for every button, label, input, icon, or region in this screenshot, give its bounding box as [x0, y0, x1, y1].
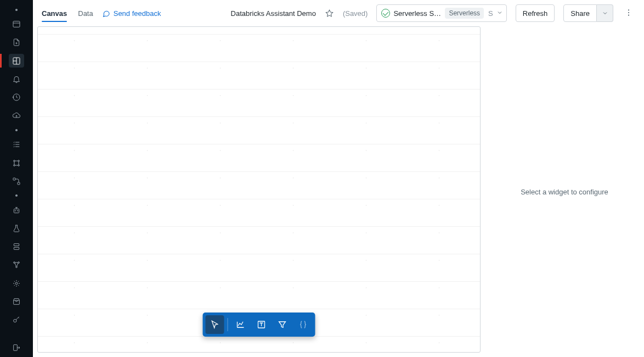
- share-dropdown-toggle[interactable]: [597, 4, 613, 22]
- bell-icon[interactable]: [9, 72, 24, 86]
- svg-point-13: [14, 262, 15, 264]
- chat-bubble-icon: [102, 9, 110, 18]
- more-menu-button[interactable]: [622, 8, 635, 19]
- svg-point-15: [16, 266, 18, 268]
- top-toolbar: Canvas Data Send feedback Databricks Ass…: [33, 0, 644, 26]
- svg-point-20: [628, 12, 629, 13]
- svg-rect-0: [13, 21, 20, 27]
- svg-rect-6: [13, 178, 15, 180]
- file-plus-icon[interactable]: [9, 36, 24, 49]
- cloud-up-icon[interactable]: [9, 109, 24, 122]
- config-panel: Select a widget to configure: [485, 26, 644, 357]
- refresh-button[interactable]: Refresh: [516, 4, 555, 22]
- send-feedback-label: Send feedback: [114, 9, 161, 18]
- workspace: Select a widget to configure: [33, 26, 644, 357]
- funnel-icon: [278, 320, 287, 330]
- robot-icon[interactable]: [9, 203, 24, 217]
- ml-icon[interactable]: [9, 276, 24, 290]
- svg-point-14: [18, 262, 20, 264]
- tool-add-text[interactable]: [252, 315, 271, 334]
- tool-add-filter[interactable]: [273, 315, 292, 334]
- share-button-group: Share: [563, 4, 613, 22]
- chevron-down-icon: [496, 9, 503, 18]
- svg-rect-11: [14, 244, 19, 246]
- status-running-icon: [381, 9, 390, 18]
- stack-icon[interactable]: [9, 240, 24, 254]
- config-panel-placeholder: Select a widget to configure: [521, 188, 608, 196]
- dashboard-icon[interactable]: [9, 54, 24, 68]
- compute-type-short: S: [487, 9, 493, 18]
- tab-canvas[interactable]: Canvas: [42, 3, 67, 24]
- checklist-icon[interactable]: [9, 138, 24, 152]
- star-icon: [325, 9, 334, 18]
- store-icon[interactable]: [9, 294, 24, 308]
- tab-data[interactable]: Data: [78, 3, 93, 24]
- svg-point-10: [17, 210, 18, 211]
- svg-point-17: [14, 320, 16, 322]
- svg-rect-12: [14, 248, 19, 250]
- svg-point-9: [15, 210, 15, 211]
- tool-add-chart[interactable]: [231, 315, 250, 334]
- svg-rect-18: [14, 345, 18, 351]
- widget-palette-toolbar: [203, 313, 315, 337]
- kebab-icon: [624, 8, 633, 17]
- svg-point-2: [14, 160, 15, 161]
- cursor-icon: [210, 320, 220, 330]
- text-box-icon: [257, 320, 267, 330]
- compute-name: Serverless Sta…: [393, 9, 442, 18]
- logout-icon[interactable]: [9, 341, 24, 355]
- compute-chip: Serverless: [445, 8, 484, 19]
- genome-icon[interactable]: [9, 258, 24, 272]
- compute-selector[interactable]: Serverless Sta… Serverless S: [376, 4, 506, 22]
- svg-point-3: [18, 160, 20, 161]
- pipeline-icon[interactable]: [9, 156, 24, 170]
- left-nav-rail: [0, 0, 33, 357]
- dashboard-canvas[interactable]: [37, 26, 481, 353]
- toolbar-divider: [228, 318, 228, 331]
- svg-point-16: [15, 282, 18, 285]
- view-tabs: Canvas Data: [42, 3, 93, 24]
- svg-point-21: [628, 14, 629, 15]
- chart-line-icon: [236, 320, 246, 330]
- share-button[interactable]: Share: [563, 4, 597, 22]
- rail-dot: [15, 9, 18, 11]
- svg-point-5: [18, 164, 20, 166]
- favorite-toggle[interactable]: [325, 9, 334, 18]
- history-icon[interactable]: [9, 91, 24, 104]
- svg-point-4: [14, 164, 15, 166]
- chevron-down-icon: [602, 10, 608, 16]
- canvas-container: [33, 26, 485, 357]
- key-icon[interactable]: [9, 313, 24, 327]
- flowchart-icon[interactable]: [9, 174, 24, 188]
- svg-point-19: [628, 9, 629, 10]
- svg-rect-7: [18, 182, 20, 185]
- curly-braces-icon: [298, 320, 308, 330]
- rail-dot: [15, 194, 18, 197]
- flask-icon[interactable]: [9, 221, 24, 235]
- saved-status: (Saved): [343, 9, 368, 18]
- send-feedback-link[interactable]: Send feedback: [102, 9, 161, 18]
- tool-add-code[interactable]: [294, 315, 313, 334]
- svg-rect-8: [14, 209, 19, 213]
- window-icon[interactable]: [9, 18, 24, 31]
- tool-select[interactable]: [206, 315, 224, 334]
- rail-dot: [15, 129, 18, 131]
- dashboard-title[interactable]: Databricks Assistant Demo: [231, 9, 316, 18]
